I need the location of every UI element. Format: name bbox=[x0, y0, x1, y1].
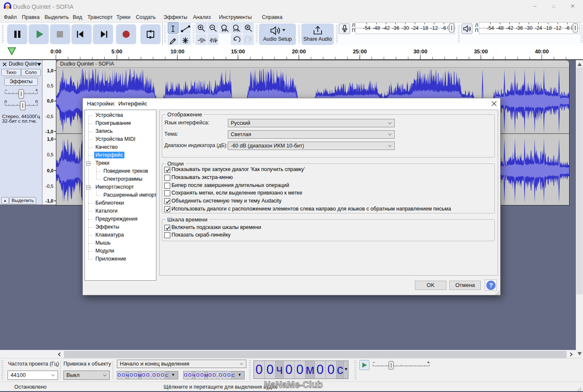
svg-text:-30: -30 bbox=[402, 25, 409, 31]
svg-text:0:00: 0:00 bbox=[50, 48, 61, 55]
svg-text:-6: -6 bbox=[565, 25, 570, 31]
svg-text:0,0: 0,0 bbox=[47, 168, 53, 173]
svg-text:-48: -48 bbox=[373, 25, 380, 31]
svg-text:-24: -24 bbox=[535, 25, 542, 31]
svg-text:п: п bbox=[35, 99, 38, 104]
svg-text:30:00: 30:00 bbox=[413, 48, 427, 55]
svg-text:-54: -54 bbox=[487, 25, 494, 31]
svg-text:25:00: 25:00 bbox=[353, 48, 367, 55]
svg-text:-1,0: -1,0 bbox=[45, 129, 53, 134]
svg-text:+: + bbox=[427, 360, 430, 365]
svg-text:-54: -54 bbox=[363, 25, 371, 31]
svg-text:-1,0: -1,0 bbox=[45, 198, 53, 203]
svg-text:0,5: 0,5 bbox=[47, 83, 53, 88]
svg-text:1,0: 1,0 bbox=[47, 137, 53, 142]
svg-text:−: − bbox=[372, 360, 375, 365]
svg-text:0,0: 0,0 bbox=[47, 98, 53, 103]
svg-text:-30: -30 bbox=[525, 25, 533, 31]
svg-text:10:00: 10:00 bbox=[170, 48, 184, 55]
svg-text:Dudko Quintet - SOFIA: Dudko Quintet - SOFIA bbox=[60, 61, 114, 67]
svg-text:-6: -6 bbox=[441, 25, 446, 31]
svg-text:0,5: 0,5 bbox=[47, 152, 53, 157]
svg-text:-12: -12 bbox=[430, 25, 438, 31]
svg-text:-42: -42 bbox=[506, 25, 514, 31]
svg-text:-18: -18 bbox=[421, 25, 428, 31]
svg-text:-42: -42 bbox=[383, 25, 390, 31]
svg-text:35:00: 35:00 bbox=[474, 48, 488, 55]
svg-text:-12: -12 bbox=[554, 25, 562, 31]
svg-text:15:00: 15:00 bbox=[231, 48, 245, 55]
svg-text:-18: -18 bbox=[544, 25, 552, 31]
svg-text:-48: -48 bbox=[496, 25, 504, 31]
svg-text:л: л bbox=[4, 99, 7, 104]
svg-text:-24: -24 bbox=[411, 25, 419, 31]
svg-text:5:00: 5:00 bbox=[111, 48, 122, 55]
svg-text:1,0: 1,0 bbox=[47, 68, 53, 73]
svg-text:-0,5: -0,5 bbox=[45, 114, 53, 119]
svg-text:-36: -36 bbox=[516, 25, 523, 31]
svg-text:40:00: 40:00 bbox=[535, 48, 549, 55]
svg-text:20:00: 20:00 bbox=[292, 48, 306, 55]
svg-text:-0,5: -0,5 bbox=[45, 184, 53, 189]
svg-text:-36: -36 bbox=[392, 25, 400, 31]
